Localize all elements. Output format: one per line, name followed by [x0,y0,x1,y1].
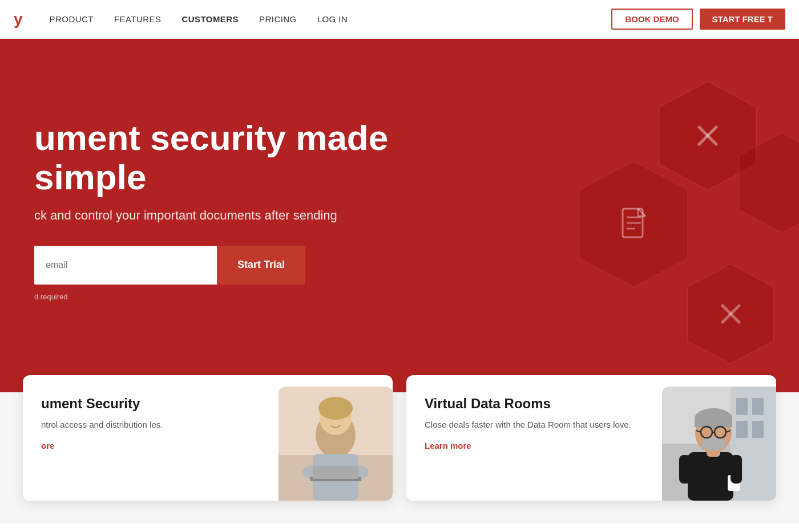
card-1-desc: ntrol access and distribution les. [41,419,374,432]
virtual-data-rooms-card: Virtual Data Rooms Close deals faster wi… [406,375,776,501]
hero-subtitle: ck and control your important documents … [34,208,422,223]
hero-section: ument security made simple ck and contro… [0,39,799,392]
card-2-text: Virtual Data Rooms Close deals faster wi… [425,396,758,451]
hexagon-2 [576,159,691,290]
nav-pricing[interactable]: PRICING [259,14,297,24]
card-1-text: ument Security ntrol access and distribu… [41,396,374,451]
nav-features[interactable]: FEATURES [114,14,162,24]
book-demo-button[interactable]: BOOK DEMO [611,9,692,30]
svg-marker-11 [739,133,799,233]
svg-rect-42 [731,455,742,484]
nav-customers[interactable]: CUSTOMERS [181,14,239,24]
navbar: y PRODUCT FEATURES CUSTOMERS PRICING LOG… [0,0,799,39]
navbar-actions: BOOK DEMO START FREE T [611,9,785,30]
card-2-link[interactable]: Learn more [425,441,471,450]
start-free-button[interactable]: START FREE T [700,9,785,30]
hero-form: Start Trial [34,246,422,285]
hero-decoration [514,39,799,392]
start-trial-button[interactable]: Start Trial [217,246,305,285]
email-input[interactable] [34,246,217,285]
logo: y [14,10,22,29]
x-icon-2 [718,301,744,327]
hero-content: ument security made simple ck and contro… [34,119,422,300]
cards-section: ument Security ntrol access and distribu… [0,392,799,523]
nav-login[interactable]: LOG IN [317,14,348,24]
card-2-desc: Close deals faster with the Data Room th… [425,419,758,432]
hexagon-3 [685,261,776,367]
svg-rect-41 [679,455,691,484]
hero-title: ument security made simple [34,119,422,196]
document-icon [618,206,649,243]
hex-grid [519,44,799,387]
hero-note: d required [34,293,422,301]
card-2-title: Virtual Data Rooms [425,396,758,412]
nav-links: PRODUCT FEATURES CUSTOMERS PRICING LOG I… [50,14,612,24]
card-1-title: ument Security [41,396,374,412]
svg-rect-21 [313,466,358,479]
nav-product[interactable]: PRODUCT [50,14,94,24]
doc-security-card: ument Security ntrol access and distribu… [23,375,393,501]
bottom-section: ument Security ntrol access and distribu… [0,392,799,523]
x-icon-1 [693,121,722,150]
card-1-link[interactable]: ore [41,441,54,450]
svg-rect-29 [688,452,733,501]
hexagon-4 [736,130,799,235]
